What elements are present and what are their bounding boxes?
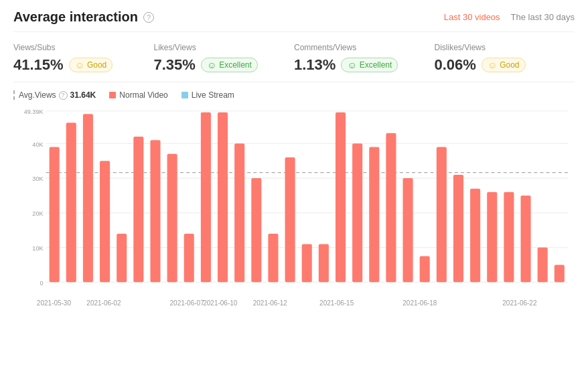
stat-badge: ☺ Excellent bbox=[341, 58, 398, 72]
x-axis-label: 2021-06-07 bbox=[170, 299, 204, 307]
legend-normal-label: Normal Video bbox=[119, 90, 167, 100]
svg-rect-19 bbox=[150, 140, 160, 282]
stats-row: Views/Subs 41.15% ☺ Good Likes/Views 7.3… bbox=[13, 43, 575, 82]
svg-rect-39 bbox=[487, 192, 497, 283]
x-axis-label: 2021-06-10 bbox=[203, 299, 237, 307]
svg-rect-24 bbox=[234, 143, 244, 282]
legend-live-stream: Live Stream bbox=[181, 90, 234, 100]
avg-views-label: Avg.Views ? 31.64K bbox=[13, 90, 96, 100]
svg-rect-36 bbox=[437, 147, 447, 283]
stat-badge: ☺ Excellent bbox=[201, 58, 258, 72]
svg-text:49.39K: 49.39K bbox=[24, 108, 44, 115]
stat-value-row: 7.35% ☺ Excellent bbox=[154, 56, 288, 74]
stat-badge: ☺ Good bbox=[482, 58, 526, 72]
svg-rect-22 bbox=[201, 113, 211, 283]
x-axis-label: 2021-06-15 bbox=[319, 299, 354, 307]
svg-rect-35 bbox=[420, 256, 430, 283]
stat-value: 0.06% bbox=[435, 56, 476, 74]
svg-rect-30 bbox=[336, 113, 346, 283]
stat-item: Views/Subs 41.15% ☺ Good bbox=[13, 43, 154, 74]
filter-last30days[interactable]: The last 30 days bbox=[511, 12, 575, 22]
main-container: Average interaction ? Last 30 videos The… bbox=[0, 0, 588, 367]
svg-rect-17 bbox=[117, 234, 127, 282]
x-axis-label: 2021-06-12 bbox=[253, 299, 287, 307]
help-icon-small: ? bbox=[59, 91, 68, 100]
smiley-icon: ☺ bbox=[488, 60, 497, 70]
page-title: Average interaction bbox=[13, 9, 138, 25]
svg-text:10K: 10K bbox=[32, 244, 44, 252]
legend-live-label: Live Stream bbox=[192, 90, 234, 100]
svg-rect-31 bbox=[352, 143, 362, 282]
svg-rect-32 bbox=[369, 147, 379, 283]
avg-views-text: Avg.Views bbox=[19, 90, 56, 100]
svg-text:0: 0 bbox=[40, 279, 43, 286]
svg-rect-34 bbox=[403, 178, 413, 282]
svg-rect-26 bbox=[268, 234, 278, 282]
stat-badge: ☺ Good bbox=[69, 58, 113, 72]
svg-text:20K: 20K bbox=[32, 210, 44, 217]
svg-rect-25 bbox=[251, 178, 261, 282]
svg-text:40K: 40K bbox=[32, 140, 44, 147]
header-left: Average interaction ? bbox=[13, 9, 154, 25]
x-axis-label: 2021-06-22 bbox=[502, 299, 536, 307]
svg-rect-14 bbox=[66, 123, 76, 282]
stat-value: 7.35% bbox=[154, 56, 196, 74]
svg-rect-37 bbox=[453, 175, 463, 282]
smiley-icon: ☺ bbox=[207, 60, 216, 70]
header-right: Last 30 videos The last 30 days bbox=[444, 12, 575, 22]
svg-rect-42 bbox=[538, 248, 548, 283]
help-icon[interactable]: ? bbox=[143, 12, 154, 23]
svg-rect-40 bbox=[504, 192, 514, 283]
x-axis-label: 2021-06-18 bbox=[402, 299, 437, 307]
svg-text:30K: 30K bbox=[32, 175, 44, 182]
svg-rect-21 bbox=[184, 234, 194, 282]
svg-rect-23 bbox=[218, 113, 228, 283]
stat-value-row: 1.13% ☺ Excellent bbox=[294, 56, 428, 74]
smiley-icon: ☺ bbox=[347, 60, 356, 70]
normal-video-icon bbox=[109, 92, 116, 98]
bar-chart: 010K20K30K40K49.39K bbox=[13, 104, 575, 298]
stat-value-row: 0.06% ☺ Good bbox=[435, 56, 569, 74]
legend-normal-video: Normal Video bbox=[109, 90, 167, 100]
svg-rect-28 bbox=[302, 244, 312, 282]
svg-rect-29 bbox=[319, 244, 329, 282]
stat-item: Dislikes/Views 0.06% ☺ Good bbox=[435, 43, 575, 74]
live-stream-icon bbox=[181, 92, 188, 98]
filter-last30videos[interactable]: Last 30 videos bbox=[444, 12, 500, 22]
x-axis: 2021-05-302021-06-022021-06-072021-06-10… bbox=[13, 299, 575, 309]
svg-rect-33 bbox=[386, 133, 396, 283]
svg-rect-38 bbox=[470, 189, 480, 283]
svg-rect-16 bbox=[100, 161, 110, 282]
svg-rect-43 bbox=[555, 265, 565, 282]
x-axis-label: 2021-05-30 bbox=[37, 299, 71, 307]
chart-area: Avg.Views ? 31.64K Normal Video Live Str… bbox=[13, 90, 575, 318]
stat-label: Likes/Views bbox=[154, 43, 288, 52]
svg-rect-27 bbox=[285, 157, 295, 282]
svg-rect-13 bbox=[50, 147, 60, 283]
svg-rect-20 bbox=[167, 154, 177, 283]
stat-label: Dislikes/Views bbox=[435, 43, 569, 52]
stat-value: 1.13% bbox=[294, 56, 336, 74]
stat-item: Likes/Views 7.35% ☺ Excellent bbox=[154, 43, 295, 74]
stat-value-row: 41.15% ☺ Good bbox=[13, 56, 147, 74]
stat-label: Views/Subs bbox=[13, 43, 147, 52]
svg-rect-18 bbox=[133, 137, 143, 282]
chart-wrapper: 010K20K30K40K49.39K bbox=[13, 104, 575, 298]
page-header: Average interaction ? Last 30 videos The… bbox=[13, 9, 575, 32]
stat-label: Comments/Views bbox=[294, 43, 428, 52]
smiley-icon: ☺ bbox=[75, 60, 84, 70]
stat-value: 41.15% bbox=[13, 56, 64, 74]
svg-rect-41 bbox=[520, 196, 530, 282]
stat-item: Comments/Views 1.13% ☺ Excellent bbox=[294, 43, 435, 74]
chart-legend: Avg.Views ? 31.64K Normal Video Live Str… bbox=[13, 90, 575, 100]
avg-views-value: 31.64K bbox=[70, 90, 96, 100]
svg-rect-15 bbox=[83, 114, 93, 282]
x-axis-label: 2021-06-02 bbox=[86, 299, 121, 307]
